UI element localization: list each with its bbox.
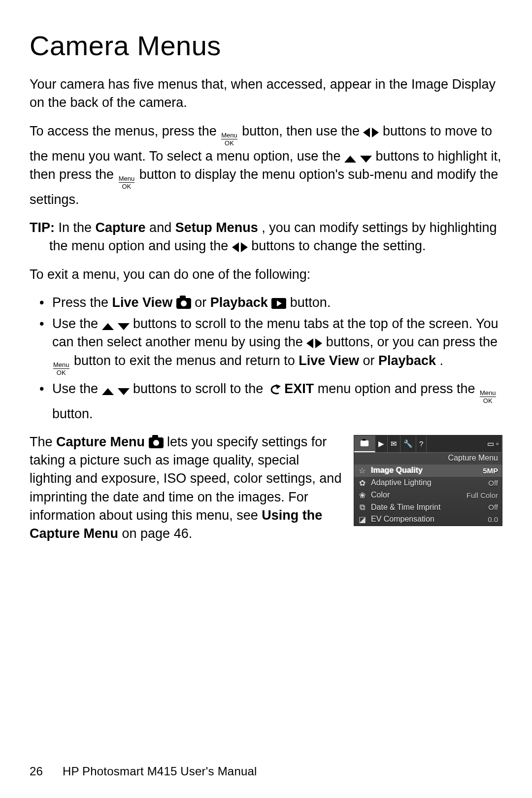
menu-label: Menu (480, 390, 496, 397)
menu-ok-icon: Menu OK (480, 390, 496, 404)
text: buttons to change the setting. (251, 238, 426, 253)
text: button. (52, 406, 93, 421)
list-item: Use the buttons to scroll to the EXIT me… (52, 380, 502, 423)
exit-options-list: Press the Live View or Playback button. … (30, 294, 502, 423)
up-down-arrows-icon (344, 153, 372, 166)
lcd-row-label: Date & Time Imprint (371, 503, 484, 512)
text: Use the (52, 381, 102, 396)
text: Use the (52, 316, 102, 331)
ok-label: OK (225, 139, 234, 146)
lcd-row-label: Image Quality (371, 466, 479, 475)
lcd-row: ❀ColorFull Color (354, 489, 502, 501)
text: To access the menus, press the (30, 124, 220, 138)
lcd-tab-setup: 🔧 (400, 435, 416, 452)
lcd-tab-share: ✉ (388, 435, 400, 452)
lcd-row-label: Adaptive Lighting (371, 478, 484, 487)
text: button to exit the menus and return to (74, 353, 299, 368)
page-footer: 26 HP Photosmart M415 User's Manual (30, 765, 502, 778)
lcd-row-label: Color (371, 491, 463, 499)
camera-lcd-preview: ▶ ✉ 🔧 ? ▭ ▫ Capture Menu ☆Image Quality5… (354, 435, 502, 526)
text: . (440, 353, 444, 368)
text: In the (59, 220, 96, 235)
lcd-row-value: Off (488, 503, 498, 511)
ok-label: OK (57, 369, 66, 376)
list-item: Use the buttons to scroll to the menu ta… (52, 315, 502, 377)
lcd-row-value: 5MP (483, 466, 498, 475)
text-bold: Live View (299, 353, 359, 368)
text: buttons, or you can press the (326, 334, 498, 349)
text: or (195, 295, 210, 310)
camera-icon (176, 297, 191, 310)
left-right-arrows-icon (232, 241, 248, 254)
text: Press the (52, 295, 112, 310)
text-bold: EXIT (284, 381, 314, 396)
manual-page: Camera Menus Your camera has five menus … (0, 0, 532, 798)
list-item: Press the Live View or Playback button. (52, 294, 502, 312)
text-bold: Playback (210, 295, 268, 310)
menu-ok-icon: Menu OK (221, 132, 237, 146)
lcd-tab-playback: ▶ (375, 435, 388, 452)
lcd-row-label: EV Compensation (371, 515, 484, 524)
text: button. (290, 295, 331, 310)
exit-intro: To exit a menu, you can do one of the fo… (30, 266, 502, 284)
text-bold: Playback (378, 353, 436, 368)
text: buttons to scroll to the (133, 381, 267, 396)
exit-arrow-icon (267, 383, 281, 396)
text: The (30, 434, 56, 449)
lcd-row-value: Full Color (466, 491, 498, 499)
menu-label: Menu (119, 175, 135, 183)
lcd-row-value: Off (488, 479, 498, 487)
lcd-row-icon: ☆ (357, 466, 367, 475)
left-right-arrows-icon (306, 337, 322, 350)
camera-icon (149, 436, 164, 449)
text-bold: Capture Menu (56, 434, 145, 449)
lcd-row: ⧉Date & Time ImprintOff (354, 501, 502, 513)
playback-icon (271, 297, 286, 310)
menu-label: Menu (221, 132, 237, 139)
lcd-tab-bar: ▶ ✉ 🔧 ? ▭ ▫ (354, 435, 502, 453)
menu-ok-icon: Menu OK (53, 362, 69, 376)
lcd-row-icon: ◪ (357, 515, 367, 524)
lcd-row-value: 0.0 (488, 515, 498, 524)
lcd-menu-title: Capture Menu (354, 453, 502, 465)
text-bold: Capture (96, 220, 146, 235)
lcd-rows: ☆Image Quality5MP✿Adaptive LightingOff❀C… (354, 465, 502, 526)
lcd-tab-battery: ▭ ▫ (427, 435, 502, 452)
text: menu option and press the (318, 381, 479, 396)
text: on page 46. (122, 526, 193, 541)
lcd-row: ✿Adaptive LightingOff (354, 477, 502, 489)
lcd-row-icon: ❀ (357, 491, 367, 500)
ok-label: OK (122, 183, 131, 190)
text: or (363, 353, 378, 368)
up-down-arrows-icon (102, 320, 130, 333)
access-paragraph: To access the menus, press the Menu OK b… (30, 122, 502, 209)
ok-label: OK (483, 397, 493, 404)
text: and (149, 220, 175, 235)
up-down-arrows-icon (102, 385, 130, 398)
intro-paragraph: Your camera has five menus that, when ac… (30, 75, 502, 112)
lcd-tab-capture (354, 435, 375, 452)
menu-label: Menu (53, 362, 69, 369)
lcd-row: ☆Image Quality5MP (354, 465, 502, 477)
text: button, then use the (242, 124, 363, 138)
manual-title: HP Photosmart M415 User's Manual (63, 765, 257, 778)
lcd-row: ◪EV Compensation0.0 (354, 513, 502, 526)
text-bold: Setup Menus (175, 220, 258, 235)
lcd-row-icon: ✿ (357, 478, 367, 488)
lcd-tab-help: ? (416, 435, 427, 452)
text-bold: Live View (112, 295, 173, 310)
page-number: 26 (30, 765, 59, 778)
page-title: Camera Menus (30, 30, 502, 62)
tip-label: TIP: (30, 220, 55, 235)
lcd-row-icon: ⧉ (357, 503, 367, 512)
menu-ok-icon: Menu OK (119, 175, 135, 190)
left-right-arrows-icon (363, 126, 379, 139)
tip-block: TIP: In the Capture and Setup Menus , yo… (49, 219, 502, 256)
